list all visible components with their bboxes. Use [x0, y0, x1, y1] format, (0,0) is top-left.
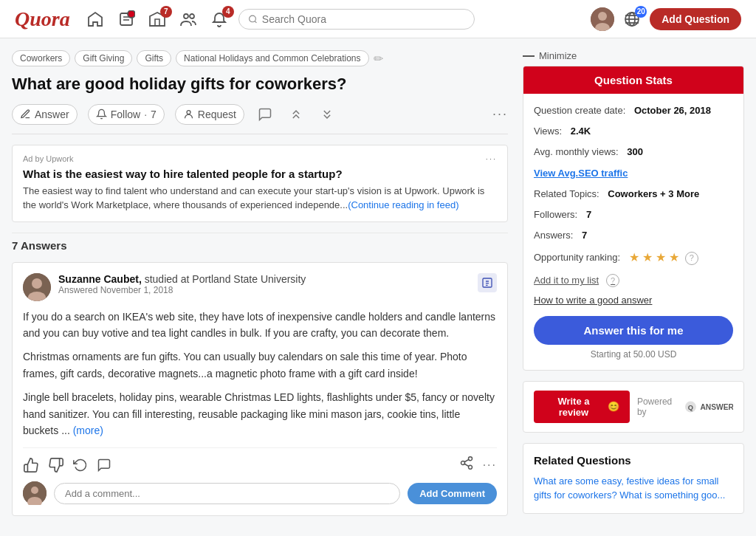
- author-avatar[interactable]: [23, 273, 51, 301]
- groups-icon: [179, 10, 197, 28]
- ad-title[interactable]: What is the easiest way to hire talented…: [23, 168, 497, 180]
- globe-icon-wrap[interactable]: 20: [623, 10, 641, 28]
- downvote-icon: [289, 107, 303, 122]
- author-name[interactable]: Suzanne Caubet, studied at Portland Stat…: [58, 273, 306, 285]
- add-comment-button[interactable]: Add Comment: [408, 483, 497, 504]
- add-to-list-link[interactable]: Add it to my list ?: [534, 274, 733, 287]
- main-column: Coworkers Gift Giving Gifts National Hol…: [12, 50, 508, 526]
- svg-point-6: [249, 16, 255, 22]
- chat-icon: [258, 107, 272, 122]
- sidebar: Minimize Question Stats Question create …: [523, 50, 744, 526]
- comment-icon: [97, 458, 111, 473]
- starting-at-text: Starting at 50.00 USD: [534, 349, 733, 360]
- upvote-icon: [320, 107, 334, 122]
- related-questions-title: Related Questions: [534, 454, 733, 467]
- star-4: ★: [669, 250, 679, 266]
- answer-sponsor-icon[interactable]: [478, 273, 497, 292]
- downvote-question-btn[interactable]: [286, 104, 306, 125]
- answer-card: Suzanne Caubet, studied at Portland Stat…: [12, 262, 508, 517]
- add-list-help-icon[interactable]: ?: [606, 274, 619, 287]
- svg-line-24: [464, 464, 469, 467]
- breadcrumb-gift-giving[interactable]: Gift Giving: [75, 50, 132, 66]
- followers-row: Followers: 7: [534, 208, 733, 221]
- logo[interactable]: Quora: [15, 7, 70, 31]
- star-3: ★: [656, 250, 666, 266]
- search-icon: [248, 14, 258, 24]
- answer-button[interactable]: Answer: [12, 104, 78, 125]
- svg-point-22: [461, 461, 464, 465]
- upvote-question-btn[interactable]: [317, 104, 337, 125]
- answer-requests-icon-wrap[interactable]: 7: [148, 10, 166, 28]
- ad-section: Ad by Upwork ··· What is the easiest way…: [12, 145, 508, 222]
- svg-text:ANSWERS: ANSWERS: [700, 402, 733, 410]
- opportunity-help-icon[interactable]: ?: [685, 252, 698, 265]
- add-question-button[interactable]: Add Question: [650, 8, 741, 30]
- breadcrumb-national-holidays[interactable]: National Holidays and Common Celebration…: [176, 50, 368, 66]
- search-input[interactable]: [262, 13, 465, 25]
- share-answer-btn[interactable]: [459, 456, 474, 474]
- answer-body: If you do a search on IKEA's web site, t…: [23, 309, 497, 439]
- comment-input-wrap[interactable]: [54, 483, 400, 504]
- star-1: ★: [629, 250, 639, 266]
- svg-point-18: [32, 278, 42, 289]
- answer-badge: 7: [160, 6, 172, 18]
- search-bar[interactable]: [238, 9, 475, 30]
- drafts-icon-wrap[interactable]: [117, 10, 135, 28]
- star-2: ★: [642, 250, 653, 266]
- comment-icon-btn[interactable]: [255, 104, 275, 125]
- downvote-answer-btn[interactable]: [48, 457, 64, 473]
- comment-box: Add Comment: [23, 474, 497, 505]
- minimize-bar[interactable]: Minimize: [523, 50, 744, 61]
- author-details: Suzanne Caubet, studied at Portland Stat…: [58, 273, 306, 295]
- home-icon: [86, 10, 104, 28]
- how-to-write-link[interactable]: How to write a good answer: [534, 295, 733, 306]
- stars: ★ ★ ★ ★: [629, 250, 679, 266]
- opportunity-row: Opportunity ranking: ★ ★ ★ ★ ?: [534, 250, 733, 266]
- follow-button[interactable]: Follow · 7: [88, 104, 165, 125]
- request-button[interactable]: Request: [175, 104, 244, 125]
- nav-icons: 7 4: [86, 10, 228, 28]
- breadcrumb-gifts[interactable]: Gifts: [137, 50, 171, 66]
- seo-traffic-link[interactable]: View Avg.SEO traffic: [534, 167, 628, 180]
- answer-more-menu[interactable]: ···: [483, 458, 497, 472]
- bell-icon-wrap[interactable]: 4: [210, 10, 228, 28]
- minimize-line-icon: [523, 55, 535, 57]
- upvote-answer-btn[interactable]: [23, 457, 39, 473]
- related-question-link[interactable]: What are some easy, festive ideas for sm…: [534, 474, 733, 503]
- powered-by: Powered by Q ANSWERS: [637, 396, 733, 417]
- comment-input[interactable]: [65, 488, 389, 499]
- svg-point-27: [31, 487, 38, 494]
- answer-for-me-button[interactable]: Answer this for me: [534, 316, 733, 345]
- answers-header: 7 Answers: [12, 239, 508, 252]
- home-icon-wrap[interactable]: [86, 10, 104, 28]
- globe-badge: 20: [635, 6, 647, 18]
- answer-more-link[interactable]: (more): [73, 425, 103, 436]
- write-review-button[interactable]: Write a review 😊: [534, 391, 630, 423]
- follow-icon: [96, 109, 107, 120]
- write-review-card: Write a review 😊 Powered by Q ANSWERS: [523, 381, 744, 433]
- breadcrumb-coworkers[interactable]: Coworkers: [12, 50, 70, 66]
- comment-answer-btn[interactable]: [97, 458, 111, 473]
- answer-para3: Jingle bell bracelets, holiday pins, wea…: [23, 389, 497, 439]
- ad-body: The easiest way to find talent who under…: [23, 184, 497, 213]
- answers-brand-logo: Q ANSWERS: [685, 400, 733, 413]
- draft-icon: [117, 10, 135, 28]
- question-more-menu[interactable]: ···: [492, 106, 508, 122]
- user-avatar[interactable]: [591, 7, 614, 31]
- create-date-row: Question create date: October 26, 2018: [534, 104, 733, 117]
- commenter-avatar: [23, 481, 47, 505]
- bell-badge: 4: [222, 6, 234, 18]
- groups-icon-wrap[interactable]: [179, 10, 197, 28]
- answer-pen-icon: [20, 109, 31, 120]
- related-topics-row: Related Topics: Coworkers + 3 More: [534, 188, 733, 201]
- edit-breadcrumb-icon[interactable]: ✏: [374, 52, 383, 66]
- stats-card-header: Question Stats: [523, 66, 743, 94]
- svg-point-21: [468, 457, 472, 461]
- reload-answer-btn[interactable]: [73, 458, 88, 473]
- ad-continue-link[interactable]: (Continue reading in feed): [348, 199, 458, 210]
- header: Quora 7 4 20: [0, 0, 756, 38]
- add-list-row: Add it to my list ?: [534, 274, 733, 287]
- share-icon: [459, 456, 474, 470]
- ad-more-menu[interactable]: ···: [486, 154, 497, 163]
- request-icon: [183, 109, 194, 120]
